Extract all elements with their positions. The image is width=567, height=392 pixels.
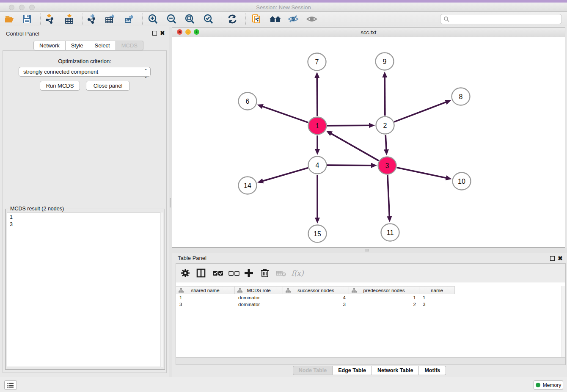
cell-successor-nodes[interactable]: 3 [283, 301, 349, 308]
node-label: 6 [246, 98, 250, 105]
add-column-icon[interactable] [243, 268, 256, 279]
hide-panels-icon[interactable] [287, 14, 299, 25]
search-input[interactable] [449, 16, 555, 22]
edge-1-2[interactable] [327, 125, 370, 126]
cell-name[interactable]: 1 [419, 295, 455, 301]
graph-node-8[interactable]: 8 [452, 88, 470, 105]
column-header-successor-nodes[interactable]: successor nodes [283, 287, 349, 294]
graph-node-7[interactable]: 7 [308, 53, 326, 71]
save-session-icon[interactable] [21, 14, 33, 25]
cell-shared-name[interactable]: 1 [176, 295, 235, 301]
import-network-icon[interactable] [44, 14, 56, 25]
column-header-predecessor-nodes[interactable]: predecessor nodes [349, 287, 419, 294]
network-window-title: scc.txt [172, 29, 565, 36]
export-network-icon[interactable] [86, 14, 98, 25]
tab-network-table[interactable]: Network Table [372, 366, 419, 375]
export-image-icon[interactable] [123, 14, 135, 25]
graph-node-1[interactable]: 1 [308, 117, 327, 135]
graph-node-9[interactable]: 9 [376, 53, 394, 70]
node-label: 15 [314, 230, 321, 237]
graph-node-14[interactable]: 14 [239, 177, 257, 194]
edge-4-3[interactable] [327, 165, 372, 166]
edge-1-7[interactable] [317, 77, 317, 116]
edge-3-1[interactable] [330, 133, 379, 160]
tab-motifs[interactable]: Motifs [419, 366, 446, 375]
close-panel-icon[interactable]: ✖ [160, 30, 165, 36]
network-view-window[interactable]: ✕ − + scc.txt 7968124314101511 [172, 27, 565, 248]
edge-2-3[interactable] [385, 135, 386, 151]
delete-table-icon[interactable] [275, 268, 288, 279]
open-file-icon[interactable] [4, 14, 16, 25]
cell-predecessor-nodes[interactable]: 1 [349, 295, 419, 301]
edge-2-8[interactable] [394, 102, 447, 121]
export-table-icon[interactable] [105, 14, 116, 25]
tab-network[interactable]: Network [33, 41, 66, 50]
table-scrollbar-vertical[interactable] [561, 286, 565, 357]
table-settings-icon[interactable] [180, 268, 193, 279]
column-header-MCDS-role[interactable]: MCDS role [235, 287, 283, 294]
control-panel-tabs: NetworkStyleSelectMCDS [33, 41, 143, 50]
status-bar: Memory [0, 377, 567, 392]
show-columns-icon[interactable] [195, 268, 208, 279]
tab-style[interactable]: Style [66, 41, 89, 50]
table-row[interactable]: 3dominator323 [176, 301, 455, 308]
select-all-rows-icon[interactable] [212, 268, 224, 279]
edge-3-10[interactable] [397, 168, 447, 178]
cell-name[interactable]: 3 [419, 301, 455, 308]
graph-node-11[interactable]: 11 [381, 224, 399, 241]
run-mcds-button[interactable]: Run MCDS [40, 81, 80, 91]
network-canvas[interactable]: 7968124314101511 [172, 37, 565, 247]
arrowhead-icon [445, 100, 451, 105]
splitter-grip[interactable] [170, 198, 171, 207]
tab-select[interactable]: Select [89, 41, 116, 50]
zoom-fit-icon[interactable] [184, 14, 196, 25]
mcds-result-textarea[interactable]: 1 3 [7, 213, 161, 367]
criterion-dropdown[interactable]: strongly connected component ⌃⌄ [19, 67, 151, 77]
apply-layout-icon[interactable] [226, 14, 238, 25]
edge-4-14[interactable] [262, 168, 308, 181]
result-scrollbar[interactable] [160, 213, 163, 367]
import-table-icon[interactable] [63, 14, 75, 25]
graph-node-4[interactable]: 4 [308, 157, 327, 174]
edge-1-6[interactable] [261, 106, 308, 123]
home-view-icon[interactable] [268, 14, 280, 25]
float-panel-icon[interactable] [152, 31, 157, 36]
graph-node-10[interactable]: 10 [453, 173, 471, 190]
app-titlebar[interactable]: Session: New Session [0, 3, 567, 12]
tab-mcds[interactable]: MCDS [116, 41, 143, 50]
zoom-selected-icon[interactable] [203, 14, 215, 25]
zoom-out-icon[interactable] [166, 14, 178, 25]
cell-MCDS-role[interactable]: dominator [235, 295, 283, 301]
tab-edge-table[interactable]: Edge Table [333, 366, 372, 375]
graph-node-6[interactable]: 6 [239, 93, 257, 110]
close-panel-button[interactable]: Close panel [86, 81, 130, 91]
function-builder-icon[interactable]: f(x) [291, 268, 304, 279]
table-row[interactable]: 1dominator411 [176, 295, 455, 301]
cell-shared-name[interactable]: 3 [176, 301, 235, 308]
tab-node-table[interactable]: Node Table [293, 366, 333, 375]
table-tabs: Node TableEdge TableNetwork TableMotifs [172, 366, 567, 377]
memory-button[interactable]: Memory [534, 380, 563, 390]
cell-successor-nodes[interactable]: 4 [283, 295, 349, 301]
cell-MCDS-role[interactable]: dominator [235, 301, 283, 308]
edge-3-11[interactable] [388, 175, 389, 218]
node-label: 1 [316, 122, 319, 130]
edge-2-9[interactable] [385, 76, 385, 116]
column-header-name[interactable]: name [419, 287, 455, 294]
table-scrollbar-horizontal[interactable] [176, 357, 565, 364]
show-panels-icon[interactable] [306, 14, 317, 25]
clone-network-icon[interactable] [250, 14, 262, 25]
close-table-panel-icon[interactable]: ✖ [558, 255, 563, 262]
zoom-in-icon[interactable] [147, 14, 159, 25]
column-header-shared-name[interactable]: shared name [176, 287, 235, 294]
graph-node-15[interactable]: 15 [308, 225, 327, 243]
cell-predecessor-nodes[interactable]: 2 [349, 301, 419, 308]
float-table-panel-icon[interactable] [550, 256, 555, 261]
task-history-button[interactable] [4, 380, 17, 390]
graph-node-3[interactable]: 3 [378, 157, 396, 174]
splitter-grip[interactable] [365, 249, 369, 251]
delete-columns-icon[interactable] [259, 268, 272, 279]
graph-node-2[interactable]: 2 [376, 117, 394, 134]
deselect-all-rows-icon[interactable] [228, 268, 240, 279]
network-window-titlebar[interactable]: ✕ − + scc.txt [172, 28, 565, 37]
